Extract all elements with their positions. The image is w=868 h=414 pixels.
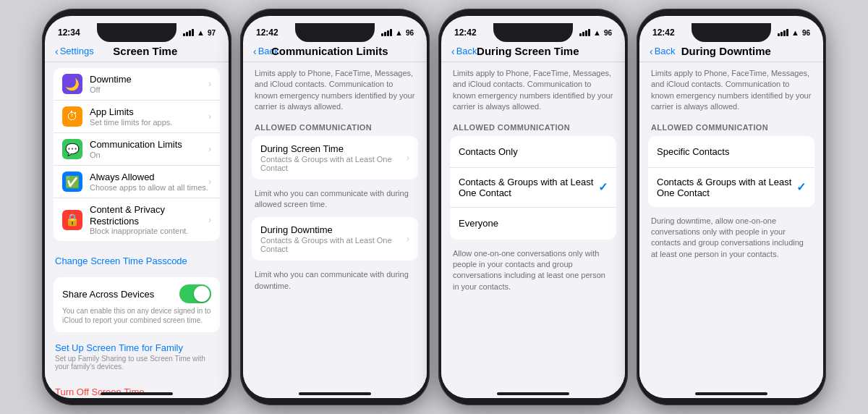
content-text: Content & Privacy Restrictions Block ina… xyxy=(90,204,208,235)
notch-3 xyxy=(493,23,573,42)
notch-4 xyxy=(692,23,771,42)
commlimits-text: Communication Limits On xyxy=(90,139,208,159)
status-right-4: ▲ 96 xyxy=(778,28,810,37)
home-indicator-1 xyxy=(101,392,173,395)
option-everyone[interactable]: Everyone xyxy=(450,208,616,240)
screen-3-content: Limits apply to Phone, FaceTime, Message… xyxy=(441,62,625,398)
nav-bar-1: ‹ Settings Screen Time xyxy=(45,42,229,62)
during-screen-options: Contacts Only Contacts & Groups with at … xyxy=(450,136,616,240)
nav-bar-4: ‹ Back During Downtime xyxy=(639,42,823,62)
alwaysallowed-text: Always Allowed Choose apps to allow at a… xyxy=(90,172,208,192)
comm-limits-desc: Limits apply to Phone, FaceTime, Message… xyxy=(243,62,427,120)
checkmark-downtime: ✓ xyxy=(796,180,806,194)
nav-title-4: During Downtime xyxy=(639,45,813,57)
option-contacts-only[interactable]: Contacts Only xyxy=(450,136,616,168)
status-right-2: ▲ 96 xyxy=(381,28,414,37)
wifi-4: ▲ xyxy=(791,28,799,37)
phone-3-screen: 12:42 ▲ 96 ‹ Back During Screen Time xyxy=(441,16,625,398)
phone-4-screen: 12:42 ▲ 96 ‹ Back During Downtime Li xyxy=(639,16,823,398)
content-chevron: › xyxy=(208,215,211,225)
content-icon: 🔒 xyxy=(62,210,82,230)
battery-2: 96 xyxy=(406,29,414,37)
change-passcode-link[interactable]: Change Screen Time Passcode xyxy=(55,255,187,266)
option-contacts-groups-downtime[interactable]: Contacts & Groups with at Least One Cont… xyxy=(648,168,814,207)
screen-time-comm-desc: Limit who you can communicate with durin… xyxy=(243,184,427,218)
during-screen-desc: Limits apply to Phone, FaceTime, Message… xyxy=(441,62,625,120)
phone-1: 12:34 ▲ 97 ‹ Settings Screen Time xyxy=(42,9,231,405)
alwaysallowed-icon: ✅ xyxy=(62,172,82,192)
content-row[interactable]: 🔒 Content & Privacy Restrictions Block i… xyxy=(54,198,220,241)
time-4: 12:42 xyxy=(652,28,675,38)
signal-3 xyxy=(579,29,590,36)
phone-4: 12:42 ▲ 96 ‹ Back During Downtime Li xyxy=(637,9,826,405)
phone-1-screen: 12:34 ▲ 97 ‹ Settings Screen Time xyxy=(45,16,229,398)
phone-2: 12:42 ▲ 96 ‹ Back Communication Limits xyxy=(240,9,430,405)
nav-title-2: Communication Limits xyxy=(243,45,417,57)
downtime-text: Downtime Off xyxy=(90,74,208,94)
home-indicator-3 xyxy=(497,392,569,395)
during-screen-text: During Screen Time Contacts & Groups wit… xyxy=(260,143,407,172)
checkmark-contacts-groups: ✓ xyxy=(598,180,608,194)
status-right-3: ▲ 96 xyxy=(579,28,612,37)
downtime-row[interactable]: 🌙 Downtime Off › xyxy=(54,68,220,101)
signal-2 xyxy=(381,29,392,36)
notch-1 xyxy=(97,23,176,42)
applimits-icon: ⏱ xyxy=(62,106,82,127)
phone-2-screen: 12:42 ▲ 96 ‹ Back Communication Limits xyxy=(243,16,427,398)
downtime-icon: 🌙 xyxy=(62,74,82,94)
share-label: Share Across Devices xyxy=(62,289,154,300)
setup-family-row[interactable]: Set Up Screen Time for Family Set up Fam… xyxy=(45,335,229,378)
phone-3: 12:42 ▲ 96 ‹ Back During Screen Time xyxy=(438,9,628,405)
phones-container: 12:34 ▲ 97 ‹ Settings Screen Time xyxy=(35,1,833,413)
during-downtime-desc: Limits apply to Phone, FaceTime, Message… xyxy=(639,62,823,120)
status-right-1: ▲ 97 xyxy=(183,28,216,37)
during-downtime-option-desc: During downtime, allow one-on-one conver… xyxy=(639,211,823,268)
setup-family-link[interactable]: Set Up Screen Time for Family xyxy=(55,342,218,353)
comm-group-1: During Screen Time Contacts & Groups wit… xyxy=(252,136,418,179)
commlimits-chevron: › xyxy=(208,144,211,154)
nav-title-1: Screen Time xyxy=(72,45,218,57)
screen-4-content: Limits apply to Phone, FaceTime, Message… xyxy=(639,62,823,398)
time-2: 12:42 xyxy=(256,28,278,38)
commlimits-row[interactable]: 💬 Communication Limits On › xyxy=(54,133,220,166)
commlimits-icon: 💬 xyxy=(62,139,82,159)
during-downtime-options: Specific Contacts Contacts & Groups with… xyxy=(648,136,814,207)
during-screen-option-desc: Allow one-on-one conversations only with… xyxy=(441,244,625,300)
applimits-chevron: › xyxy=(208,111,211,122)
applimits-row[interactable]: ⏱ App Limits Set time limits for apps. › xyxy=(54,101,220,133)
wifi-3: ▲ xyxy=(593,28,601,37)
during-downtime-row[interactable]: During Downtime Contacts & Groups with a… xyxy=(252,217,418,261)
home-indicator-4 xyxy=(695,392,767,395)
main-settings-group: 🌙 Downtime Off › ⏱ App Limits Set time l… xyxy=(54,68,220,241)
option-specific[interactable]: Specific Contacts xyxy=(648,136,814,168)
notch-2 xyxy=(295,23,375,42)
during-screen-header: ALLOWED COMMUNICATION xyxy=(441,120,625,136)
signal-4 xyxy=(778,29,788,36)
battery-3: 96 xyxy=(604,29,612,37)
alwaysallowed-chevron: › xyxy=(208,177,211,187)
wifi-1: ▲ xyxy=(197,28,205,37)
change-passcode-row[interactable]: Change Screen Time Passcode xyxy=(45,247,229,274)
setup-family-desc: Set up Family Sharing to use Screen Time… xyxy=(55,355,218,371)
comm-group-2: During Downtime Contacts & Groups with a… xyxy=(252,217,418,261)
alwaysallowed-row[interactable]: ✅ Always Allowed Choose apps to allow at… xyxy=(54,166,220,198)
applimits-text: App Limits Set time limits for apps. xyxy=(90,106,208,127)
share-section: Share Across Devices You can enable this… xyxy=(54,277,220,332)
share-toggle[interactable] xyxy=(179,284,211,303)
time-3: 12:42 xyxy=(454,28,477,38)
during-downtime-header: ALLOWED COMMUNICATION xyxy=(639,120,823,136)
signal-1 xyxy=(183,29,194,36)
option-contacts-groups[interactable]: Contacts & Groups with at Least One Cont… xyxy=(450,168,616,208)
home-indicator-2 xyxy=(299,392,371,395)
nav-bar-2: ‹ Back Communication Limits xyxy=(243,42,427,62)
screen-2-content: Limits apply to Phone, FaceTime, Message… xyxy=(243,62,427,398)
screen-1-content: 🌙 Downtime Off › ⏱ App Limits Set time l… xyxy=(45,62,229,398)
nav-title-3: During Screen Time xyxy=(441,45,615,57)
during-screen-row[interactable]: During Screen Time Contacts & Groups wit… xyxy=(252,136,418,179)
downtime-chevron: › xyxy=(208,79,211,89)
wifi-2: ▲ xyxy=(395,28,403,37)
share-row: Share Across Devices xyxy=(62,284,211,303)
time-1: 12:34 xyxy=(58,28,80,38)
battery-1: 97 xyxy=(208,29,216,37)
share-desc: You can enable this on any device signed… xyxy=(62,306,211,325)
